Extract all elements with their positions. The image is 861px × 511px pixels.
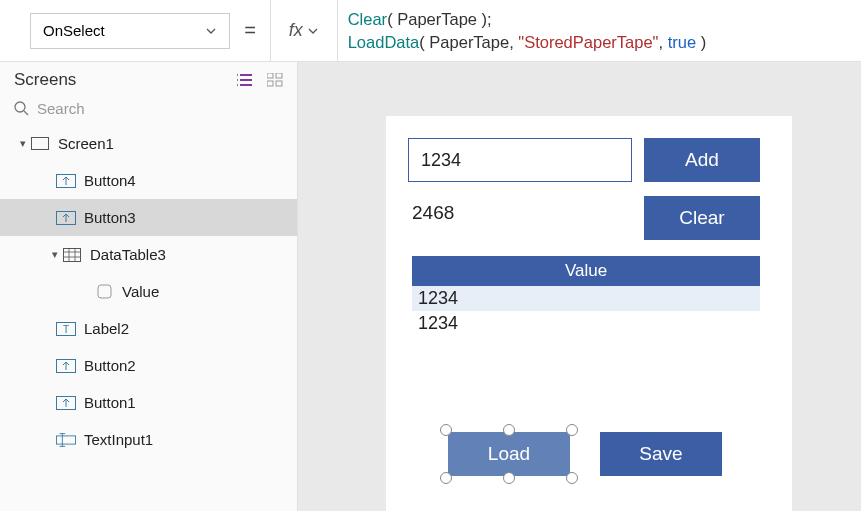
canvas[interactable]: 1234 Add 2468 Clear Value 1234 1234 Load… bbox=[298, 62, 861, 511]
tree-item-label: DataTable3 bbox=[90, 246, 166, 263]
formula-bar: OnSelect = fx Clear( PaperTape ); LoadDa… bbox=[0, 0, 861, 62]
tree-item-button1[interactable]: Button1 bbox=[0, 384, 297, 421]
button-label: Clear bbox=[679, 207, 724, 229]
tree-header: Screens bbox=[0, 62, 297, 96]
tok: PaperTape bbox=[429, 33, 509, 51]
tree-item-label2[interactable]: T Label2 bbox=[0, 310, 297, 347]
datatable-icon bbox=[62, 247, 82, 263]
button-label: Save bbox=[639, 443, 682, 465]
svg-rect-5 bbox=[267, 81, 273, 86]
tok: "StoredPaperTape" bbox=[518, 33, 658, 51]
label-icon: T bbox=[56, 321, 76, 337]
tok: , bbox=[509, 33, 518, 51]
button-icon bbox=[56, 173, 76, 189]
tree-item-label: Screen1 bbox=[58, 135, 114, 152]
tok: Clear bbox=[348, 10, 387, 28]
tok: , bbox=[658, 33, 667, 51]
svg-text:T: T bbox=[63, 324, 69, 335]
tree-item-label: Button2 bbox=[84, 357, 136, 374]
fx-button[interactable]: fx bbox=[270, 0, 338, 62]
search-icon bbox=[14, 101, 29, 116]
tok: ( bbox=[387, 10, 397, 28]
chevron-down-icon: ▾ bbox=[48, 248, 62, 261]
tree-item-label: Label2 bbox=[84, 320, 129, 337]
datatable-header: Value bbox=[412, 256, 760, 286]
tree-item-label: Button1 bbox=[84, 394, 136, 411]
svg-rect-3 bbox=[267, 73, 273, 78]
text-input[interactable]: 1234 bbox=[408, 138, 632, 182]
svg-point-7 bbox=[15, 102, 25, 112]
tree-search[interactable]: Search bbox=[0, 96, 297, 125]
screen-icon bbox=[30, 136, 50, 152]
data-table[interactable]: Value 1234 1234 bbox=[412, 256, 760, 336]
column-icon bbox=[94, 284, 114, 300]
tree-list-icon[interactable] bbox=[237, 73, 255, 87]
formula-editor[interactable]: Clear( PaperTape ); LoadData( PaperTape,… bbox=[338, 0, 861, 62]
tree-item-label: Button4 bbox=[84, 172, 136, 189]
button-icon bbox=[56, 358, 76, 374]
tree-item-button2[interactable]: Button2 bbox=[0, 347, 297, 384]
app-screen[interactable]: 1234 Add 2468 Clear Value 1234 1234 Load… bbox=[386, 116, 792, 511]
tree-title: Screens bbox=[14, 70, 76, 90]
tree-item-value[interactable]: Value bbox=[0, 273, 297, 310]
svg-point-1 bbox=[237, 79, 238, 81]
svg-rect-4 bbox=[276, 73, 282, 78]
svg-rect-8 bbox=[32, 138, 49, 150]
tok: ); bbox=[477, 10, 492, 28]
svg-rect-12 bbox=[98, 285, 111, 298]
tok: ( bbox=[419, 33, 429, 51]
button-icon bbox=[56, 395, 76, 411]
property-dropdown[interactable]: OnSelect bbox=[30, 13, 230, 49]
button-label: Load bbox=[488, 443, 530, 465]
tok: PaperTape bbox=[397, 10, 477, 28]
save-button[interactable]: Save bbox=[600, 432, 722, 476]
property-dropdown-label: OnSelect bbox=[43, 22, 105, 39]
search-placeholder: Search bbox=[37, 100, 85, 117]
equals-sign: = bbox=[244, 19, 256, 42]
tree-panel: Screens Search ▾ Screen1 Button4 Button3 bbox=[0, 62, 298, 511]
tree-item-datatable3[interactable]: ▾ DataTable3 bbox=[0, 236, 297, 273]
sum-label: 2468 bbox=[412, 202, 454, 224]
add-button[interactable]: Add bbox=[644, 138, 760, 182]
tree-item-label: Value bbox=[122, 283, 159, 300]
button-icon bbox=[56, 210, 76, 226]
table-row[interactable]: 1234 bbox=[412, 286, 760, 311]
chevron-down-icon bbox=[205, 25, 217, 37]
svg-rect-6 bbox=[276, 81, 282, 86]
tree-item-button3[interactable]: Button3 bbox=[0, 199, 297, 236]
fx-label: fx bbox=[289, 20, 303, 41]
text-input-value: 1234 bbox=[421, 150, 461, 171]
tree-item-label: TextInput1 bbox=[84, 431, 153, 448]
clear-button[interactable]: Clear bbox=[644, 196, 760, 240]
svg-rect-11 bbox=[64, 248, 81, 261]
tok: true bbox=[668, 33, 696, 51]
tree-item-textinput1[interactable]: TextInput1 bbox=[0, 421, 297, 458]
tree-grid-icon[interactable] bbox=[267, 73, 283, 87]
textinput-icon bbox=[56, 432, 76, 448]
chevron-down-icon: ▾ bbox=[16, 137, 30, 150]
svg-rect-17 bbox=[56, 435, 75, 443]
button-label: Add bbox=[685, 149, 719, 171]
svg-point-2 bbox=[237, 84, 238, 86]
tree-item-screen1[interactable]: ▾ Screen1 bbox=[0, 125, 297, 162]
tree-item-button4[interactable]: Button4 bbox=[0, 162, 297, 199]
load-button[interactable]: Load bbox=[448, 432, 570, 476]
tok: LoadData bbox=[348, 33, 420, 51]
svg-point-0 bbox=[237, 74, 238, 76]
tree-item-label: Button3 bbox=[84, 209, 136, 226]
table-row[interactable]: 1234 bbox=[412, 311, 760, 336]
tok: ) bbox=[696, 33, 706, 51]
